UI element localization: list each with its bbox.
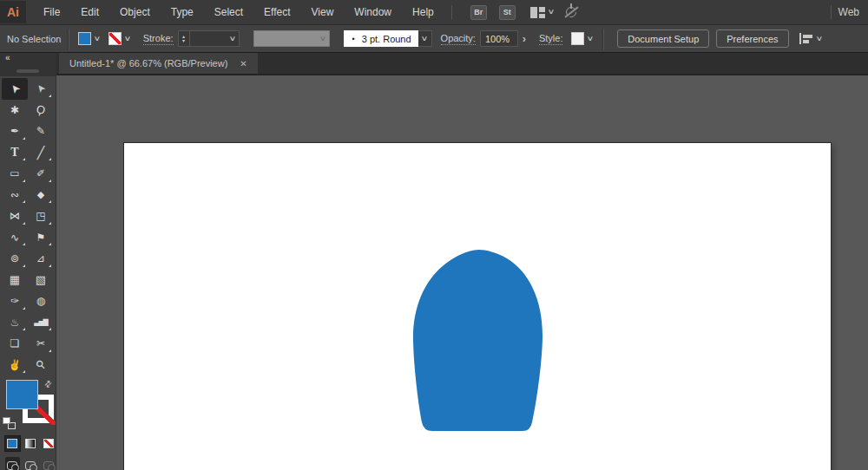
menu-effect[interactable]: Effect — [253, 6, 300, 18]
zoom-tool-icon: ⚲ — [34, 358, 48, 372]
app-logo[interactable]: Ai — [0, 1, 26, 23]
control-bar: No Selection ∨ ∨ Stroke: ▴ ▾ ∨ ∨ • 3 pt.… — [0, 24, 868, 53]
panel-grip[interactable] — [16, 69, 39, 73]
menu-edit[interactable]: Edit — [70, 6, 109, 18]
rectangle-tool[interactable]: ▭ — [2, 163, 28, 185]
line-segment-tool[interactable]: ╱ — [28, 142, 54, 164]
stroke-color-control[interactable]: ∨ — [108, 32, 130, 45]
magic-wand-tool[interactable]: ✱ — [2, 100, 28, 121]
stepper-down-icon[interactable]: ▾ — [179, 39, 189, 43]
menu-window[interactable]: Window — [344, 6, 402, 18]
type-tool-icon: T — [10, 147, 18, 159]
fill-indicator[interactable] — [6, 380, 38, 409]
slice-tool[interactable]: ✂ — [28, 333, 54, 355]
reflect-tool-icon: ⋈ — [10, 211, 20, 221]
opacity-input[interactable]: 100% — [480, 30, 518, 47]
variable-width-profile-select: ∨ — [253, 30, 330, 47]
fill-stroke-indicator: ⇄ — [0, 379, 56, 433]
eyedropper-tool[interactable]: ✑ — [2, 290, 28, 312]
tools-panel: « ➤➤✱Ϙ✒✎T╱▭✐∾◆⋈◳∿⚑⊚⊿▦▧✑◍♨▃▅▇❏✂✌⚲ ⇄ — [0, 53, 56, 470]
stroke-weight-select[interactable]: ∨ — [189, 30, 240, 47]
menu-bar: Ai FileEditObjectTypeSelectEffectViewWin… — [0, 0, 868, 24]
close-tab-icon[interactable]: ✕ — [240, 59, 247, 69]
stroke-panel-link[interactable]: Stroke: — [143, 33, 174, 45]
shaper-tool[interactable]: ∾ — [2, 185, 28, 206]
pen-tool[interactable]: ✒ — [2, 121, 28, 142]
scale-tool[interactable]: ◳ — [28, 206, 54, 227]
slice-tool-icon: ✂ — [36, 338, 45, 349]
document-setup-button[interactable]: Document Setup — [617, 29, 709, 48]
workspace-area: « ➤➤✱Ϙ✒✎T╱▭✐∾◆⋈◳∿⚑⊚⊿▦▧✑◍♨▃▅▇❏✂✌⚲ ⇄ — [0, 53, 868, 470]
type-tool[interactable]: T — [2, 142, 28, 164]
menu-view[interactable]: View — [301, 6, 345, 18]
symbol-sprayer-tool[interactable]: ♨ — [2, 312, 28, 334]
width-tool[interactable]: ∿ — [2, 227, 28, 249]
reflect-tool[interactable]: ⋈ — [2, 206, 28, 227]
divider — [68, 29, 69, 49]
brush-definition-chevron[interactable]: ∨ — [418, 30, 432, 47]
fill-swatch-icon — [78, 32, 91, 45]
line-segment-tool-icon: ╱ — [37, 147, 44, 159]
selection-tool[interactable]: ➤ — [2, 78, 28, 100]
bridge-button[interactable]: Br — [470, 5, 487, 20]
gradient-tool[interactable]: ▧ — [28, 270, 54, 291]
draw-normal-button[interactable] — [5, 457, 20, 470]
divider — [451, 5, 452, 19]
document-tab-bar: Untitled-1* @ 66.67% (RGB/Preview) ✕ — [56, 53, 868, 75]
menu-select[interactable]: Select — [204, 6, 253, 18]
style-panel-link[interactable]: Style: — [539, 33, 563, 45]
hand-tool[interactable]: ✌ — [2, 355, 28, 376]
swap-fill-stroke-icon[interactable]: ⇄ — [42, 378, 54, 390]
document-tab[interactable]: Untitled-1* @ 66.67% (RGB/Preview) ✕ — [59, 53, 258, 74]
menu-help[interactable]: Help — [402, 6, 444, 18]
tool-grid: ➤➤✱Ϙ✒✎T╱▭✐∾◆⋈◳∿⚑⊚⊿▦▧✑◍♨▃▅▇❏✂✌⚲ — [0, 76, 56, 375]
workspace-switcher: Web — [824, 5, 868, 19]
apply-none-button[interactable] — [41, 436, 56, 451]
menu-type[interactable]: Type — [161, 6, 204, 18]
stock-button[interactable]: St — [499, 5, 516, 20]
stroke-weight-stepper[interactable]: ▴ ▾ — [178, 30, 189, 47]
fill-color-control[interactable]: ∨ — [78, 32, 100, 45]
workspace-label[interactable]: Web — [838, 6, 859, 18]
blue-shape[interactable] — [413, 250, 542, 431]
tools-panel-header: « — [0, 53, 56, 76]
zoom-tool[interactable]: ⚲ — [28, 355, 54, 376]
shape-builder-tool[interactable]: ⊚ — [2, 248, 28, 270]
mesh-tool[interactable]: ▦ — [2, 270, 28, 291]
artboard-tool[interactable]: ❏ — [2, 333, 28, 355]
preferences-button[interactable]: Preferences — [716, 29, 788, 48]
style-swatch-icon — [571, 32, 584, 45]
opacity-flyout-arrow[interactable]: › — [518, 30, 530, 47]
align-options[interactable]: ∨ — [799, 33, 822, 44]
graphic-style-select[interactable]: ∨ — [571, 32, 593, 45]
curvature-tool[interactable]: ✎ — [28, 121, 54, 142]
arrange-documents-icon[interactable] — [530, 7, 545, 18]
direct-selection-tool-icon: ➤ — [34, 82, 48, 95]
document-column: Untitled-1* @ 66.67% (RGB/Preview) ✕ — [56, 53, 868, 470]
default-fill-stroke-icon[interactable] — [3, 417, 16, 429]
direct-selection-tool[interactable]: ➤ — [28, 78, 54, 100]
drawing-mode-buttons — [0, 453, 56, 470]
chevron-down-icon: ∨ — [228, 36, 236, 42]
apply-gradient-button[interactable] — [23, 436, 38, 451]
paintbrush-tool[interactable]: ✐ — [28, 163, 54, 185]
pen-tool-icon: ✒ — [10, 126, 19, 136]
menu-file[interactable]: File — [33, 6, 70, 18]
menu-object[interactable]: Object — [109, 6, 161, 18]
perspective-grid-tool[interactable]: ⊿ — [28, 248, 54, 270]
lasso-tool[interactable]: Ϙ — [28, 100, 54, 121]
blend-tool[interactable]: ◍ — [28, 290, 54, 312]
apply-color-button[interactable] — [5, 436, 20, 451]
eraser-tool[interactable]: ◆ — [28, 185, 54, 206]
opacity-panel-link[interactable]: Opacity: — [441, 33, 476, 45]
canvas-pasteboard[interactable] — [56, 75, 868, 470]
puppet-warp-tool[interactable]: ⚑ — [28, 227, 54, 249]
width-tool-icon: ∿ — [10, 232, 19, 243]
column-graph-tool[interactable]: ▃▅▇ — [28, 312, 54, 334]
draw-behind-button[interactable] — [23, 457, 38, 470]
artboard[interactable] — [124, 143, 831, 470]
collapse-panel-icon[interactable]: « — [5, 53, 10, 62]
chevron-down-icon[interactable]: ∨ — [547, 9, 555, 16]
chevron-down-icon: ∨ — [94, 36, 102, 42]
brush-definition-select[interactable]: • 3 pt. Round — [344, 30, 418, 47]
